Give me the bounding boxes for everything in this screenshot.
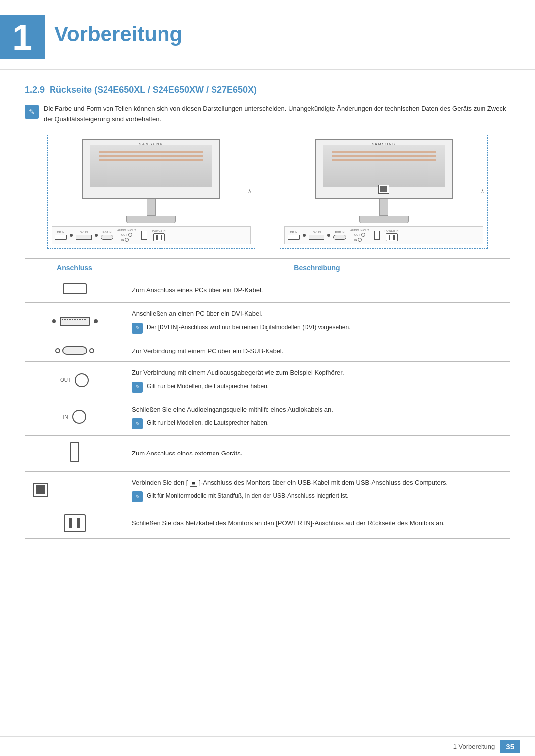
- usb-connector-icon: [33, 483, 48, 497]
- table-row: Zum Anschluss eines externen Geräts.: [25, 436, 510, 472]
- audio-out-note-text: Gilt nur bei Modellen, die Lautsprecher …: [147, 382, 268, 391]
- dvi-note-text: Der [DVI IN]-Anschluss wird nur bei rein…: [147, 323, 351, 332]
- footer-page-number: 35: [500, 740, 520, 753]
- dp-description: Zum Anschluss eines PCs über ein DP-Kabe…: [124, 277, 510, 303]
- table-row: Schließen Sie das Netzkabel des Monitors…: [25, 508, 510, 539]
- monitor-diagram-1: SAMSUNG: [47, 135, 255, 249]
- section-number: 1.2.9: [25, 85, 45, 95]
- usb-note-icon: [132, 491, 143, 502]
- audio-in-note-text: Gilt nur bei Modellen, die Lautsprecher …: [147, 418, 268, 427]
- connectors-table: Anschluss Beschreibung Zum Anschluss ein…: [25, 258, 510, 539]
- audio-out-connector-icon: [75, 373, 89, 387]
- dp-in-label-2: DP IN: [290, 231, 298, 234]
- monitor-screen-2: SAMSUNG: [315, 139, 453, 199]
- monitor-2-connectors: DP IN DVI IN RGB IN: [284, 226, 483, 244]
- a-label-2: Å: [481, 189, 484, 194]
- table-row: Zur Verbindung mit einem PC über ein D-S…: [25, 340, 510, 362]
- dvi-connector-icon: [60, 317, 90, 326]
- audio-in-note-icon: [132, 418, 143, 429]
- in-label-1: IN: [121, 238, 124, 241]
- audio-label-1: AUDIO IN/OUT: [117, 229, 136, 232]
- dvi-icon-cell: [25, 303, 124, 340]
- rgb-description: Zur Verbindung mit einem PC über ein D-S…: [124, 340, 510, 362]
- power-label-2: POWER IN: [385, 229, 399, 232]
- usb-description: Verbinden Sie den [ ■ ]-Anschluss des Mo…: [124, 471, 510, 508]
- page-footer: 1 Vorbereitung 35: [0, 736, 535, 756]
- table-row: Anschließen an einen PC über ein DVI-Kab…: [25, 303, 510, 340]
- audio-in-description: Schließen Sie eine Audioeingangsquelle m…: [124, 399, 510, 436]
- diagrams-row: SAMSUNG: [25, 135, 510, 249]
- dp-icon-cell: [25, 277, 124, 303]
- out-label-2: OUT: [354, 233, 360, 236]
- power-label-1: POWER IN: [152, 229, 166, 232]
- dvi-dot-left: [52, 319, 56, 323]
- main-note: Die Farbe und Form von Teilen können sic…: [25, 104, 510, 125]
- chapter-number: 1: [0, 15, 45, 59]
- dp-in-label-1: DP IN: [57, 231, 65, 234]
- chapter-title: Vorbereitung: [54, 15, 182, 46]
- power-pin-2: [77, 518, 80, 528]
- note-icon: [25, 105, 39, 119]
- power-icon-cell: [25, 508, 124, 539]
- rgb-icon-cell: [25, 340, 124, 362]
- dvi-in-label-2: DVI IN: [313, 231, 321, 234]
- usb-note: Gilt für Monitormodelle mit Standfuß, in…: [132, 491, 502, 502]
- monitor-diagram-2: SAMSUNG: [280, 135, 488, 249]
- power-connector-icon: [64, 514, 86, 532]
- dvi-note: Der [DVI IN]-Anschluss wird nur bei rein…: [132, 323, 502, 334]
- table-row: Zum Anschluss eines PCs über ein DP-Kabe…: [25, 277, 510, 303]
- audio-out-icon-cell: OUT: [25, 362, 124, 399]
- table-row: Verbinden Sie den [ ■ ]-Anschluss des Mo…: [25, 471, 510, 508]
- rgb-in-label-1: RGB IN: [103, 231, 112, 234]
- audio-out-note-icon: [132, 382, 143, 393]
- rgb-connector-icon: [62, 346, 87, 355]
- dvi-note-icon: [132, 323, 143, 334]
- in-label: IN: [63, 413, 68, 421]
- audio-in-note: Gilt nur bei Modellen, die Lautsprecher …: [132, 418, 502, 429]
- in-label-2: IN: [354, 238, 357, 241]
- kensington-connector-icon: [70, 442, 79, 462]
- note-text: Die Farbe und Form von Teilen können sic…: [44, 104, 510, 125]
- usb-note-text: Gilt für Monitormodelle mit Standfuß, in…: [147, 491, 349, 500]
- page-header: 1 Vorbereitung: [0, 0, 535, 70]
- audio-out-note: Gilt nur bei Modellen, die Lautsprecher …: [132, 382, 502, 393]
- kensington-description: Zum Anschluss eines externen Geräts.: [124, 436, 510, 472]
- table-header-anschluss: Anschluss: [25, 258, 124, 277]
- dvi-dot-right: [94, 319, 98, 323]
- table-header-beschreibung: Beschreibung: [124, 258, 510, 277]
- dvi-in-label-1: DVI IN: [80, 231, 88, 234]
- rgb-in-label-2: RGB IN: [335, 231, 345, 234]
- monitor-screen-1: SAMSUNG: [82, 139, 220, 199]
- power-pin-1: [69, 518, 72, 528]
- section-heading: 1.2.9 Rückseite (S24E650XL / S24E650XW /…: [25, 85, 510, 95]
- dvi-connector-icon-row: [33, 317, 116, 326]
- usb-icon-cell: [25, 471, 124, 508]
- monitor-1-connectors: DP IN DVI IN RGB IN: [52, 226, 251, 244]
- audio-out-description: Zur Verbindung mit einem Audioausgabeger…: [124, 362, 510, 399]
- a-label-1: Å: [248, 189, 251, 194]
- dp-connector-icon: [63, 283, 87, 294]
- kensington-icon-cell: [25, 436, 124, 472]
- dvi-description: Anschließen an einen PC über ein DVI-Kab…: [124, 303, 510, 340]
- table-row: IN Schließen Sie eine Audioeingangsquell…: [25, 399, 510, 436]
- power-description: Schließen Sie das Netzkabel des Monitors…: [124, 508, 510, 539]
- audio-in-connector-icon: [72, 410, 86, 424]
- footer-label: 1 Vorbereitung: [453, 743, 495, 750]
- audio-label-2: AUDIO IN/OUT: [350, 229, 369, 232]
- out-label: OUT: [60, 376, 71, 384]
- section-title: Rückseite (S24E650XL / S24E650XW / S27E6…: [50, 85, 257, 95]
- audio-in-icon-cell: IN: [25, 399, 124, 436]
- table-row: OUT Zur Verbindung mit einem Audioausgab…: [25, 362, 510, 399]
- out-label-1: OUT: [121, 233, 127, 236]
- main-content: 1.2.9 Rückseite (S24E650XL / S24E650XW /…: [0, 70, 535, 554]
